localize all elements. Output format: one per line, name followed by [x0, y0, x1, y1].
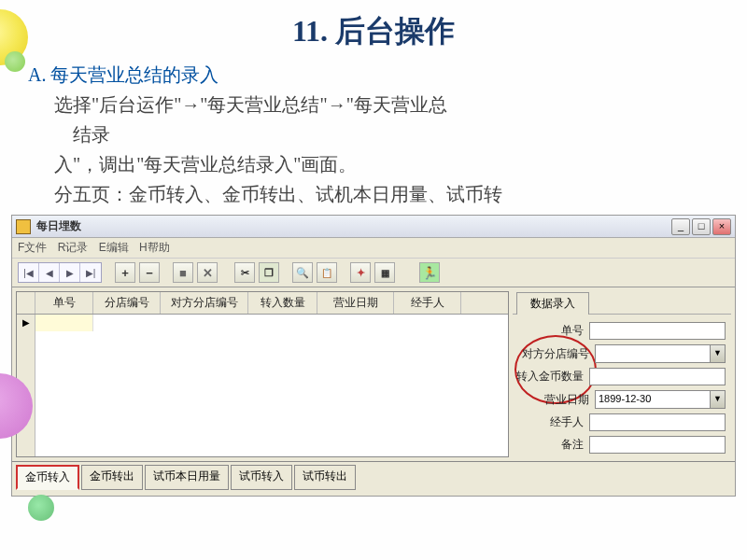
search-icon[interactable]	[292, 262, 313, 283]
label-branch: 对方分店编号	[516, 346, 595, 362]
instruction-line: 选择"后台运作"→"每天营业总结"→"每天营业总	[28, 90, 719, 119]
instruction-line: 入"，调出"每天营业总结录入"画面。	[28, 149, 719, 179]
remove-button[interactable]	[139, 262, 160, 283]
toolbar-button[interactable]: 📋	[317, 262, 337, 283]
bottom-tab-bar: 金币转入 金币转出 试币本日用量 试币转入 试币转出	[12, 461, 735, 496]
window-titlebar[interactable]: 每日埋数 _ □ ×	[12, 216, 735, 238]
menu-edit[interactable]: E编辑	[99, 241, 129, 254]
window-title: 每日埋数	[36, 218, 671, 234]
tab-data-entry[interactable]: 数据录入	[516, 292, 589, 315]
remark-input[interactable]	[589, 436, 726, 454]
branch-select[interactable]: ▼	[595, 344, 726, 363]
tab-coin-out[interactable]: 金币转出	[81, 465, 143, 490]
cut-icon[interactable]	[234, 262, 255, 283]
label-amount: 转入金币数量	[516, 369, 589, 385]
add-button[interactable]	[115, 262, 135, 283]
nav-first-icon[interactable]: |◀	[19, 263, 39, 282]
grid-header[interactable]	[17, 292, 35, 314]
decorative-bubble	[28, 495, 54, 521]
chevron-down-icon[interactable]: ▼	[710, 345, 725, 362]
grid-header[interactable]: 转入数量	[248, 292, 317, 314]
chevron-down-icon[interactable]: ▼	[710, 391, 725, 408]
handler-input[interactable]	[589, 413, 726, 431]
toolbar: |◀ ◀ ▶ ▶| 📋 ✦ ▦	[12, 259, 735, 287]
date-select[interactable]: 1899-12-30▼	[595, 390, 726, 409]
menu-bar: F文件 R记录 E编辑 H帮助	[12, 238, 735, 259]
grid-header[interactable]: 分店编号	[93, 292, 161, 314]
stop-button[interactable]	[173, 262, 193, 283]
grid-header[interactable]: 对方分店编号	[161, 292, 248, 314]
data-grid[interactable]: 单号 分店编号 对方分店编号 转入数量 营业日期 经手人 ▶	[16, 291, 509, 457]
instruction-line: 分五页：金币转入、金币转出、试机本日用量、试币转	[28, 179, 719, 209]
page-title: 11. 后台操作	[0, 0, 747, 52]
grid-header[interactable]: 单号	[35, 292, 93, 314]
close-button[interactable]: ×	[712, 218, 731, 235]
app-window: 每日埋数 _ □ × F文件 R记录 E编辑 H帮助 |◀ ◀ ▶ ▶| 📋	[11, 215, 736, 497]
nav-group: |◀ ◀ ▶ ▶|	[18, 262, 102, 283]
label-handler: 经手人	[516, 414, 589, 430]
grid-header[interactable]: 经手人	[394, 292, 461, 314]
menu-record[interactable]: R记录	[58, 241, 89, 254]
copy-icon[interactable]	[259, 262, 279, 283]
app-icon	[16, 219, 31, 234]
label-remark: 备注	[516, 437, 589, 453]
tab-test-in[interactable]: 试币转入	[231, 465, 292, 490]
tab-coin-in[interactable]: 金币转入	[16, 465, 79, 490]
label-doc-no: 单号	[516, 323, 589, 339]
run-icon[interactable]	[419, 262, 440, 283]
decorative-bubble	[5, 51, 25, 72]
grid-cell[interactable]	[35, 315, 93, 331]
menu-help[interactable]: H帮助	[139, 241, 170, 254]
section-a-heading: A. 每天营业总结的录入	[28, 60, 719, 90]
nav-prev-icon[interactable]: ◀	[39, 263, 60, 282]
tab-test-out[interactable]: 试币转出	[294, 465, 356, 490]
toolbar-button[interactable]: ▦	[374, 262, 395, 283]
label-date: 营业日期	[516, 392, 595, 408]
toolbar-button[interactable]: ✦	[350, 262, 371, 283]
instruction-line: 结录	[28, 119, 719, 149]
nav-next-icon[interactable]: ▶	[60, 263, 80, 282]
maximize-button[interactable]: □	[692, 218, 711, 235]
nav-last-icon[interactable]: ▶|	[80, 263, 101, 282]
amount-input[interactable]	[589, 368, 726, 385]
menu-file[interactable]: F文件	[18, 241, 47, 254]
side-panel: 数据录入 单号 对方分店编号 ▼ 转入金币数量 营业日期 1899-12-30	[513, 291, 731, 457]
minimize-button[interactable]: _	[671, 218, 690, 235]
tab-test-usage[interactable]: 试币本日用量	[145, 465, 229, 490]
grid-header[interactable]: 营业日期	[317, 292, 394, 314]
instructions-block: A. 每天营业总结的录入 选择"后台运作"→"每天营业总结"→"每天营业总 结录…	[0, 52, 747, 213]
cancel-button[interactable]	[197, 262, 218, 283]
doc-no-input[interactable]	[589, 322, 726, 340]
